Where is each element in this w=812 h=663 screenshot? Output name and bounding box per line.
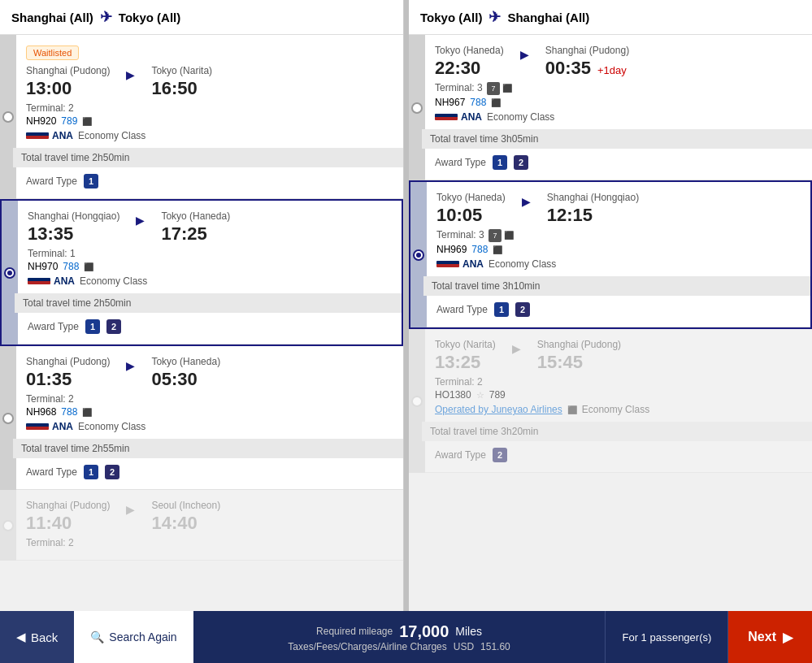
- travel-time-f2: Total travel time 2h50min: [15, 293, 402, 313]
- tax-amount: 151.60: [480, 641, 510, 652]
- operated-by-r3[interactable]: Operated by Juneyao Airlines: [435, 404, 562, 415]
- terminal-f2: Terminal: 1: [28, 248, 389, 259]
- aircraft-link-r1[interactable]: 788: [470, 97, 486, 108]
- cabin-r1: Economy Class: [487, 111, 554, 123]
- card-wrapper-f4: Shanghai (Pudong) 11:40 ▶ Seoul (Incheon…: [0, 490, 403, 561]
- flight-dest-r2: Shanghai (Hongqiao) 12:15: [547, 192, 639, 226]
- cabin-f2: Economy Class: [80, 275, 147, 287]
- return-to: Shanghai (All): [507, 11, 589, 24]
- flight-num-r2: NH969: [436, 244, 467, 255]
- cabin-r3: Economy Class: [582, 404, 649, 415]
- dest-city-f2: Tokyo (Haneda): [161, 210, 230, 222]
- flight-dest-r3: Shanghai (Pudong) 15:45: [537, 339, 621, 373]
- travel-time-r2: Total travel time 3h10min: [423, 276, 810, 296]
- flight-origin-r1: Tokyo (Haneda) 22:30: [435, 45, 504, 79]
- flight-origin-r2: Tokyo (Haneda) 10:05: [436, 192, 506, 226]
- radio-f2[interactable]: [4, 267, 15, 279]
- flight-origin-r3: Tokyo (Narita) 13:25: [435, 339, 496, 373]
- arr-time-f4: 14:40: [151, 513, 220, 534]
- route-arrow-f4: ▶: [126, 503, 135, 516]
- return-arrow-icon: ✈: [489, 8, 501, 26]
- back-arrow-icon: ◀: [16, 630, 26, 644]
- flight-origin-f3: Shanghai (Pudong) 01:35: [26, 356, 110, 390]
- search-again-button[interactable]: 🔍 Search Again: [74, 611, 193, 663]
- flight-number-line-f3: NH968 788 ⬛: [26, 406, 390, 418]
- travel-time-f3: Total travel time 2h55min: [13, 439, 403, 458]
- flight-card-f1[interactable]: Waitlisted Shanghai (Pudong) 13:00 ▶ Tok…: [16, 35, 403, 199]
- route-arrow-r2: ▶: [522, 195, 531, 208]
- origin-city-r2: Tokyo (Haneda): [436, 192, 506, 203]
- terminal-badge-r1: 7: [487, 82, 500, 95]
- origin-city-f2: Shanghai (Hongqiao): [28, 210, 119, 222]
- flight-card-f3[interactable]: Shanghai (Pudong) 01:35 ▶ Tokyo (Haneda)…: [16, 346, 403, 490]
- travel-time-r1: Total travel time 3h05min: [422, 129, 812, 149]
- mileage-label: Required mileage: [316, 626, 393, 637]
- arr-time-r1: 00:35: [545, 58, 591, 79]
- radio-f3[interactable]: [2, 413, 14, 424]
- award-badge-1-r2: 1: [494, 302, 509, 317]
- flight-num-f2: NH970: [28, 261, 58, 272]
- card-wrapper-r3: Tokyo (Narita) 13:25 ▶ Shanghai (Pudong)…: [409, 329, 812, 473]
- cabin-r2: Economy Class: [489, 258, 556, 270]
- return-from: Tokyo (All): [420, 11, 482, 24]
- next-button[interactable]: Next ▶: [728, 611, 812, 663]
- flight-route-f2: Shanghai (Hongqiao) 13:35 ▶ Tokyo (Haned…: [28, 210, 389, 245]
- radio-col-r1: [409, 35, 425, 180]
- card-wrapper-f1: Waitlisted Shanghai (Pudong) 13:00 ▶ Tok…: [0, 35, 403, 199]
- radio-r1[interactable]: [411, 102, 423, 114]
- ana-logo-r2: ANA: [436, 258, 484, 270]
- award-type-row-r1: Award Type 1 2: [435, 155, 799, 170]
- flight-card-r2[interactable]: Tokyo (Haneda) 10:05 ▶ Shanghai (Hongqia…: [427, 182, 810, 327]
- radio-f4: [2, 520, 14, 531]
- aircraft-link-r2[interactable]: 788: [471, 244, 488, 255]
- aircraft-link-f2[interactable]: 788: [63, 261, 79, 272]
- dep-time-f2: 13:35: [28, 223, 119, 245]
- route-arrow-f1: ▶: [126, 68, 135, 81]
- mileage-section: Required mileage 17,000 Miles Taxes/Fees…: [193, 622, 606, 652]
- outbound-from: Shanghai (All): [11, 11, 93, 24]
- award-type-row-r2: Award Type 1 2: [436, 302, 797, 317]
- origin-city-r3: Tokyo (Narita): [435, 339, 496, 350]
- ana-logo-f2: ANA: [28, 275, 75, 287]
- radio-f1[interactable]: [2, 111, 14, 123]
- radio-col-f2: [2, 201, 18, 344]
- mileage-value: 17,000: [399, 622, 449, 641]
- radio-col-f4: [0, 490, 16, 561]
- external-icon-f1: ⬛: [82, 117, 92, 126]
- award-badge-2-r2: 2: [515, 302, 530, 317]
- flight-card-f2[interactable]: Shanghai (Hongqiao) 13:35 ▶ Tokyo (Haned…: [18, 201, 402, 344]
- award-type-row-f1: Award Type 1: [26, 174, 390, 188]
- terminal-f4: Terminal: 2: [26, 537, 390, 548]
- flight-origin-f2: Shanghai (Hongqiao) 13:35: [28, 210, 119, 245]
- award-badge-1-f1: 1: [84, 174, 98, 188]
- flight-card-r1[interactable]: Tokyo (Haneda) 22:30 ▶ Shanghai (Pudong)…: [425, 35, 812, 180]
- route-arrow-r1: ▶: [520, 48, 529, 61]
- aircraft-link-f3[interactable]: 788: [61, 406, 77, 418]
- dep-time-r1: 22:30: [435, 58, 504, 79]
- ana-logo-r1: ANA: [435, 111, 482, 123]
- search-icon: 🔍: [90, 630, 104, 644]
- radio-r2[interactable]: [413, 249, 424, 261]
- aircraft-r3: 789: [489, 389, 506, 401]
- dest-city-f1: Tokyo (Narita): [151, 65, 212, 76]
- flight-number-line-f1: NH920 789 ⬛: [26, 115, 390, 127]
- outbound-header: Shanghai (All) ✈ Tokyo (All): [0, 0, 403, 35]
- passenger-section: For 1 passenger(s): [605, 611, 728, 663]
- terminal-f1: Terminal: 2: [26, 102, 390, 114]
- external-icon-f3: ⬛: [82, 408, 92, 417]
- back-button[interactable]: ◀ Back: [0, 611, 74, 663]
- radio-col-f3: [0, 346, 16, 490]
- flight-dest-r1: Shanghai (Pudong) 00:35 +1day: [545, 45, 629, 79]
- external-icon-r1: ⬛: [491, 98, 501, 107]
- card-wrapper-r2: Tokyo (Haneda) 10:05 ▶ Shanghai (Hongqia…: [409, 180, 812, 329]
- main-content: Shanghai (All) ✈ Tokyo (All) Waitlisted …: [0, 0, 812, 611]
- origin-city-f3: Shanghai (Pudong): [26, 356, 110, 367]
- flight-route-f1: Shanghai (Pudong) 13:00 ▶ Tokyo (Narita)…: [26, 65, 390, 99]
- footer-bar: ◀ Back 🔍 Search Again Required mileage 1…: [0, 611, 812, 663]
- tax-label: Taxes/Fees/Charges/Airline Charges: [288, 641, 446, 652]
- award-badge-2-f2: 2: [106, 319, 121, 334]
- plus-day-r1: +1day: [597, 64, 627, 76]
- aircraft-link-f1[interactable]: 789: [61, 115, 77, 127]
- origin-city-r1: Tokyo (Haneda): [435, 45, 504, 56]
- route-arrow-f3: ▶: [126, 359, 135, 372]
